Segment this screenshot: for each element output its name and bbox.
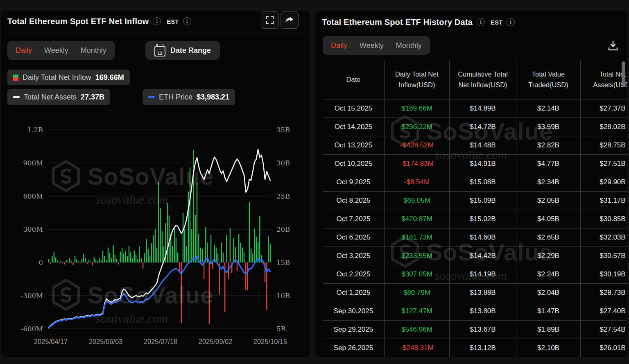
cell-value: $27.40B — [581, 302, 628, 321]
cell-date: Oct 15,2025 — [323, 99, 385, 118]
cell-value: $31.17B — [581, 192, 628, 210]
table-tab-weekly[interactable]: Weekly — [360, 41, 384, 50]
cell-value: $13.80B — [450, 302, 516, 321]
legend-label: ETH Price — [159, 93, 192, 102]
cell-value: $2.34B — [516, 173, 581, 192]
cell-value: $14.89B — [450, 99, 516, 118]
table-row: Oct 7,2025$420.87M$15.02B$4.05B$30.85B — [323, 210, 627, 228]
legend-swatch — [13, 75, 18, 81]
chart-svg: 1.2B35B900M30B600M25B300M20B015B-300M10B… — [7, 119, 303, 355]
date-range-label: Date Range — [170, 46, 211, 55]
info-icon[interactable]: i — [153, 17, 161, 25]
cell-value: $1.89B — [516, 321, 581, 339]
cell-value: $13.12B — [450, 339, 516, 357]
cell-value: $307.05M — [385, 265, 450, 284]
cell-value: -$8.54M — [385, 173, 450, 192]
cell-value: $3.59B — [516, 118, 581, 136]
x-axis-tick: 2025/09/02 — [199, 338, 233, 345]
cell-value: -$174.83M — [385, 155, 450, 173]
legend-value: $3,983.21 — [197, 93, 229, 102]
legend-item-total-net-assets[interactable]: Total Net Assets27.37B — [7, 89, 110, 105]
cell-value: $14.19B — [450, 265, 516, 284]
cell-value: $4.77B — [516, 155, 581, 173]
left-panel-header: Total Ethereum Spot ETF Net Inflow i EST… — [7, 14, 191, 29]
cell-value: $14.91B — [450, 155, 516, 173]
column-header-date: Date — [323, 61, 385, 99]
chart-tab-weekly[interactable]: Weekly — [44, 46, 68, 55]
legend-swatch — [13, 96, 20, 98]
cell-value: $2.05B — [516, 192, 581, 210]
cell-date: Oct 14,2025 — [323, 118, 385, 136]
table-row: Oct 6,2025$181.73M$14.60B$2.65B$32.03B — [323, 228, 627, 247]
legend-item-daily-total-net-inflow[interactable]: Daily Total Net Inflow169.66M — [7, 70, 130, 85]
table-row: Oct 3,2025$233.55M$14.42B$2.29B$30.57B — [323, 247, 627, 265]
fullscreen-icon — [265, 16, 274, 25]
legend-item-eth-price[interactable]: ETH Price$3,983.21 — [143, 89, 235, 105]
legend-value: 169.66M — [95, 73, 124, 82]
table-period-tabs: DailyWeeklyMonthly — [323, 36, 430, 55]
cell-value: $4.05B — [516, 210, 581, 228]
left-axis-tick: 900M — [23, 159, 43, 167]
right-axis-tick: 20B — [276, 226, 290, 233]
x-axis-tick: 2025/04/17 — [34, 338, 68, 345]
info-icon[interactable]: i — [477, 18, 485, 26]
cell-value: $15.02B — [450, 210, 516, 228]
chart-tab-daily[interactable]: Daily — [16, 46, 32, 55]
share-button[interactable] — [281, 11, 299, 29]
table-tab-monthly[interactable]: Monthly — [396, 41, 422, 50]
table-scrollbar-thumb[interactable] — [622, 61, 625, 87]
table-tab-daily[interactable]: Daily — [331, 41, 347, 50]
table-row: Oct 2,2025$307.05M$14.19B$2.24B$30.19B — [323, 265, 627, 284]
info-icon[interactable]: i — [507, 18, 515, 26]
date-range-button[interactable]: 12 Date Range — [145, 41, 220, 60]
chart-period-tabs: DailyWeeklyMonthly — [7, 41, 115, 60]
left-axis-tick: 1.2B — [27, 126, 43, 134]
cell-date: Oct 9,2025 — [323, 173, 385, 192]
cell-value: $2.14B — [516, 99, 581, 118]
cell-value: $2.65B — [516, 228, 581, 247]
fullscreen-button[interactable] — [261, 11, 279, 29]
chart-tab-monthly[interactable]: Monthly — [81, 46, 106, 55]
cell-value: $27.37B — [581, 99, 628, 118]
cell-value: -$248.31M — [385, 339, 450, 357]
cell-value: $27.51B — [581, 155, 628, 173]
cell-date: Oct 13,2025 — [323, 136, 385, 155]
table-row: Oct 14,2025$236.22M$14.72B$3.59B$28.02B — [323, 118, 627, 136]
table-title: Total Ethereum Spot ETF History Data — [322, 18, 473, 27]
cell-value: $13.88B — [450, 284, 516, 302]
chart-plot[interactable]: 1.2B35B900M30B600M25B300M20B015B-300M10B… — [7, 119, 303, 355]
table-row: Oct 13,2025-$428.52M$14.48B$2.82B$28.75B — [323, 136, 627, 155]
cell-value: $69.05M — [385, 192, 450, 210]
cell-date: Sep 30,2025 — [323, 302, 385, 321]
legend-label: Total Net Assets — [24, 93, 77, 102]
column-header-1: Daily Total Net Inflow(USD) — [385, 61, 450, 99]
cell-value: $32.03B — [581, 228, 628, 247]
cell-date: Oct 8,2025 — [323, 192, 385, 210]
table-row: Oct 9,2025-$8.54M$15.08B$2.34B$29.90B — [323, 173, 627, 192]
table-row: Oct 1,2025$80.79M$13.88B$2.04B$28.73B — [323, 284, 627, 302]
share-icon — [285, 15, 294, 25]
table-row: Sep 29,2025$546.96M$13.67B$1.89B$27.54B — [323, 321, 627, 339]
cell-value: $546.96M — [385, 321, 450, 339]
column-header-2: Cumulative Total Net Inflow(USD) — [450, 61, 516, 99]
download-icon — [607, 39, 619, 52]
right-axis-tick: 25B — [276, 192, 290, 200]
download-button[interactable] — [607, 39, 619, 52]
table-row: Sep 26,2025-$248.31M$13.12B$2.10B$26.01B — [323, 339, 627, 357]
legend-label: Daily Total Net Inflow — [23, 73, 91, 82]
cell-value: $2.10B — [516, 339, 581, 357]
cell-value: $181.73M — [385, 228, 450, 247]
info-icon[interactable]: i — [183, 17, 191, 25]
column-header-3: Total Value Traded(USD) — [516, 61, 581, 99]
right-axis-tick: 5B — [276, 325, 286, 333]
cell-value: $15.09B — [450, 192, 516, 210]
table-header: DateDaily Total Net Inflow(USD)Cumulativ… — [323, 61, 627, 99]
cell-date: Sep 26,2025 — [323, 339, 385, 357]
calendar-icon: 12 — [154, 46, 165, 57]
cell-value: $14.48B — [450, 136, 516, 155]
cell-date: Oct 7,2025 — [323, 210, 385, 228]
left-axis-tick: -300M — [21, 292, 43, 300]
x-axis-tick: 2025/07/18 — [144, 338, 178, 345]
timezone-label: EST — [491, 19, 502, 26]
table-row: Oct 15,2025$169.66M$14.89B$2.14B$27.37B — [323, 99, 627, 118]
